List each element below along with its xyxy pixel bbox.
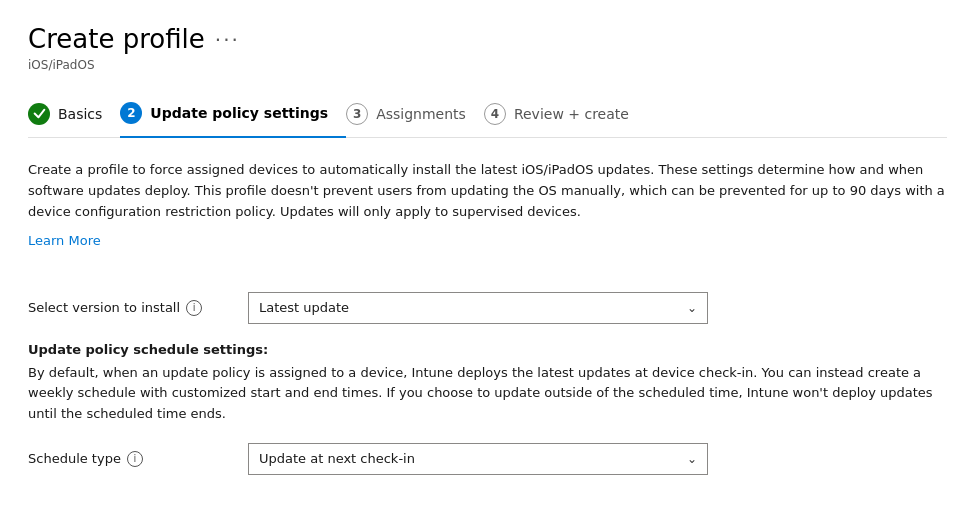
step-basics-label: Basics [58,106,102,122]
step-update-policy-label: Update policy settings [150,105,328,121]
step-update-policy[interactable]: 2 Update policy settings [120,92,346,138]
wizard-steps: Basics 2 Update policy settings 3 Assign… [28,92,947,138]
step-assignments[interactable]: 3 Assignments [346,93,484,137]
step-update-policy-circle: 2 [120,102,142,124]
page-title-more[interactable]: ··· [215,28,240,52]
schedule-type-dropdown[interactable]: Update at next check-in ⌄ [248,443,708,475]
schedule-type-info-icon[interactable]: i [127,451,143,467]
select-version-chevron-icon: ⌄ [687,301,697,315]
form-section: Select version to install i Latest updat… [28,292,947,475]
schedule-type-chevron-icon: ⌄ [687,452,697,466]
step-review-create[interactable]: 4 Review + create [484,93,647,137]
select-version-label: Select version to install i [28,300,248,316]
step-assignments-label: Assignments [376,106,466,122]
schedule-section-desc: By default, when an update policy is ass… [28,363,947,425]
learn-more-link[interactable]: Learn More [28,233,101,248]
step-assignments-circle: 3 [346,103,368,125]
step-basics[interactable]: Basics [28,93,120,137]
schedule-type-label: Schedule type i [28,451,248,467]
select-version-row: Select version to install i Latest updat… [28,292,947,324]
step-basics-circle [28,103,50,125]
page-header: Create profile ··· iOS/iPadOS [28,24,947,72]
page-title: Create profile [28,24,205,55]
select-version-dropdown[interactable]: Latest update ⌄ [248,292,708,324]
schedule-section-title: Update policy schedule settings: [28,342,947,357]
select-version-info-icon[interactable]: i [186,300,202,316]
schedule-type-row: Schedule type i Update at next check-in … [28,443,947,475]
step-review-create-circle: 4 [484,103,506,125]
content-description: Create a profile to force assigned devic… [28,160,947,222]
page-subtitle: iOS/iPadOS [28,58,947,72]
step-review-create-label: Review + create [514,106,629,122]
